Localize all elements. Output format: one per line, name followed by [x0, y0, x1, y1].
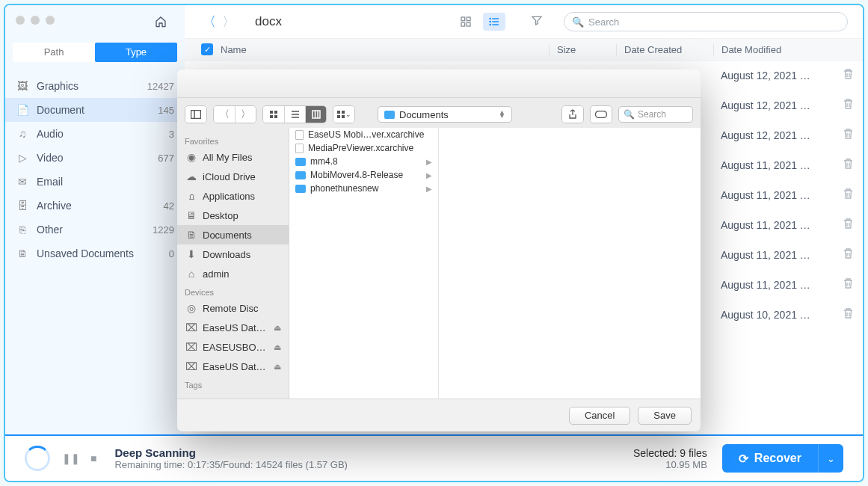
file-item[interactable]: mm4.8▶: [289, 155, 438, 168]
search-input[interactable]: 🔍 Search: [564, 12, 848, 31]
list-view-icon[interactable]: [483, 13, 505, 31]
category-graphics[interactable]: 🖼Graphics12427: [5, 74, 185, 98]
category-document[interactable]: 📄Document145: [5, 98, 185, 122]
category-other[interactable]: ⎘Other1229: [5, 218, 185, 242]
file-item[interactable]: MobiMover4.8-Release▶: [289, 168, 438, 182]
dlg-icon-view[interactable]: [263, 106, 284, 123]
delete-icon[interactable]: [833, 128, 863, 143]
share-icon[interactable]: [562, 106, 583, 123]
category-audio[interactable]: ♫Audio3: [5, 122, 185, 146]
file-label: MobiMover4.8-Release: [310, 170, 403, 180]
delete-icon[interactable]: [833, 188, 863, 203]
date-modified: August 11, 2021 …: [713, 249, 833, 261]
nav-back-button[interactable]: 〈: [200, 13, 219, 31]
dlg-column-view[interactable]: [305, 106, 326, 123]
apps-icon: ⩍: [185, 190, 198, 202]
svg-rect-15: [274, 115, 277, 118]
save-button[interactable]: Save: [638, 407, 692, 425]
category-count: 12427: [147, 81, 174, 92]
share-segment[interactable]: [561, 105, 584, 123]
eject-icon[interactable]: ⏏: [274, 323, 281, 333]
file-icon: [295, 144, 304, 153]
category-archive[interactable]: 🗄Archive42: [5, 194, 185, 218]
delete-icon[interactable]: [833, 307, 863, 322]
category-email[interactable]: ✉Email: [5, 170, 185, 194]
image-icon: 🖼: [16, 80, 29, 92]
svg-rect-25: [342, 115, 345, 118]
selection-info: Selected: 9 files 10.95 MB: [633, 447, 707, 470]
tab-path[interactable]: Path: [13, 43, 95, 62]
delete-icon[interactable]: [833, 68, 863, 83]
eject-icon[interactable]: ⏏: [274, 342, 281, 352]
tag-segment[interactable]: [590, 105, 612, 123]
sidebar-item-label: Downloads: [203, 249, 250, 260]
sidebar-item-easeusbo-[interactable]: ⌧EASEUSBO…⏏: [177, 337, 289, 357]
delete-icon[interactable]: [833, 277, 863, 292]
date-modified: August 10, 2021 …: [713, 309, 833, 321]
recover-button[interactable]: ⟳Recover: [722, 444, 818, 473]
sidebar-item-applications[interactable]: ⩍Applications: [177, 186, 289, 206]
cancel-button[interactable]: Cancel: [569, 407, 630, 425]
delete-icon[interactable]: [833, 218, 863, 233]
sidebar-item-all-my-files[interactable]: ◉All My Files: [177, 147, 289, 167]
disc-icon: ◎: [185, 302, 198, 314]
sidebar-item-downloads[interactable]: ⬇Downloads: [177, 244, 289, 264]
sidebar-item-label: admin: [203, 268, 229, 280]
chevron-right-icon: ▶: [426, 171, 432, 179]
stop-button[interactable]: ■: [90, 452, 96, 464]
docs-icon: 🗎: [185, 229, 198, 241]
category-count: 42: [164, 200, 174, 212]
delete-icon[interactable]: [833, 158, 863, 173]
sidebar-item-remote-disc[interactable]: ◎Remote Disc: [177, 298, 289, 318]
tag-icon[interactable]: [591, 106, 612, 123]
sidebar-item-desktop[interactable]: 🖥Desktop: [177, 206, 289, 225]
delete-icon[interactable]: [833, 247, 863, 262]
eject-icon[interactable]: ⏏: [274, 362, 281, 372]
chevron-right-icon: ▶: [426, 185, 432, 193]
grid-view-icon[interactable]: [455, 13, 477, 31]
sidebar: Path Type 🖼Graphics12427📄Document145♫Aud…: [5, 5, 185, 435]
col-date-modified[interactable]: Date Modified: [713, 44, 833, 55]
dlg-arrange-button[interactable]: ⌄: [333, 106, 354, 123]
sidebar-item-documents[interactable]: 🗎Documents: [177, 225, 289, 244]
pause-button[interactable]: ❚❚: [62, 452, 80, 464]
category-unsaved-documents[interactable]: 🗎Unsaved Documents0: [5, 242, 185, 265]
svg-rect-19: [313, 111, 320, 118]
sidebar-toggle[interactable]: [185, 105, 207, 123]
arrange-segment[interactable]: ⌄: [333, 105, 355, 123]
category-label: Audio: [37, 128, 64, 140]
category-video[interactable]: ▷Video677: [5, 146, 185, 170]
delete-icon[interactable]: [833, 98, 863, 113]
tab-type[interactable]: Type: [95, 43, 177, 62]
dlg-list-view[interactable]: [284, 106, 305, 123]
save-dialog: 〈 〉 ⌄ Documents ▲▼ 🔍 Search: [177, 70, 701, 431]
sidebar-item-icloud-drive[interactable]: ☁iCloud Drive: [177, 167, 289, 186]
filter-icon[interactable]: [531, 14, 543, 29]
category-count: 677: [158, 153, 174, 164]
sidebar-toggle-icon[interactable]: [185, 106, 206, 123]
col-name[interactable]: Name: [221, 44, 549, 55]
path-selector[interactable]: Documents ▲▼: [378, 106, 512, 123]
category-count: 145: [158, 105, 174, 116]
maximize-window-icon[interactable]: [46, 16, 55, 25]
file-item[interactable]: EaseUS Mobi…ver.xcarchive: [289, 128, 438, 141]
dlg-back-button[interactable]: 〈: [214, 106, 235, 123]
minimize-window-icon[interactable]: [31, 16, 40, 25]
select-all-checkbox[interactable]: ✓: [201, 43, 213, 55]
sidebar-item-easeus-dat-[interactable]: ⌧EaseUS Dat…⏏: [177, 357, 289, 376]
dlg-forward-button[interactable]: 〉: [235, 106, 256, 123]
col-size[interactable]: Size: [549, 44, 616, 55]
date-modified: August 11, 2021 …: [713, 219, 833, 231]
close-window-icon[interactable]: [16, 16, 25, 25]
dlg-search-input[interactable]: 🔍 Search: [618, 106, 693, 123]
search-icon: 🔍: [572, 16, 584, 28]
cloud-icon: ☁: [185, 170, 198, 182]
home-icon[interactable]: [155, 14, 167, 31]
file-item[interactable]: phonethunesnew▶: [289, 182, 438, 195]
sidebar-item-admin[interactable]: ⌂admin: [177, 264, 289, 283]
sidebar-item-easeus-dat-[interactable]: ⌧EaseUS Dat…⏏: [177, 318, 289, 337]
file-item[interactable]: MediaPreViewer.xcarchive: [289, 141, 438, 155]
recover-dropdown[interactable]: ⌄: [818, 444, 843, 473]
col-date-created[interactable]: Date Created: [616, 44, 713, 55]
sidebar-item-label: iCloud Drive: [203, 171, 256, 182]
